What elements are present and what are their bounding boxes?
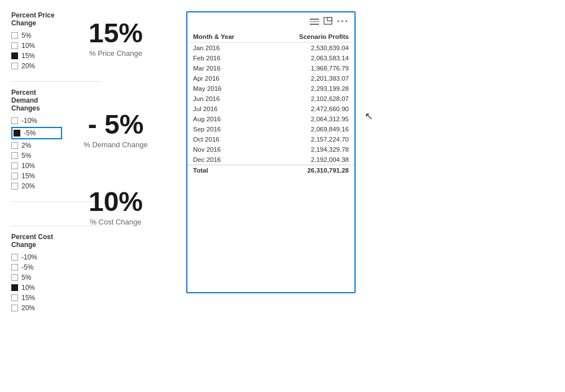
- demand-option-10[interactable]: 10%: [11, 162, 62, 170]
- price-label-15: 15%: [21, 52, 35, 60]
- demand-filter-title: Percent Demand Changes: [11, 89, 62, 112]
- cost-checkbox-15[interactable]: [11, 294, 18, 301]
- demand-label-5: 5%: [21, 152, 31, 160]
- cost-option-neg5[interactable]: -5%: [11, 263, 62, 271]
- cost-label-15: 15%: [21, 294, 35, 302]
- demand-checkbox-10[interactable]: [11, 162, 18, 169]
- demand-selected-label: % Demand Change: [84, 140, 147, 149]
- cost-label-10: 10%: [21, 284, 35, 292]
- price-checkbox-15[interactable]: [11, 52, 18, 59]
- price-checkbox-20[interactable]: [11, 63, 18, 69]
- demand-checkbox-20[interactable]: [11, 183, 18, 190]
- col-month-header: Month & Year: [187, 31, 265, 43]
- demand-option-2[interactable]: 2%: [11, 142, 62, 149]
- col-profits-header: Scenario Profits: [265, 31, 354, 43]
- table-cell-month: Dec 2016: [187, 155, 265, 165]
- table-row: Mar 20161,968,776.79: [187, 63, 354, 73]
- demand-label-20: 20%: [21, 182, 35, 190]
- cost-value-block: 10% % Cost Change: [89, 188, 143, 226]
- svg-rect-1: [327, 17, 332, 21]
- values-column: 15% % Price Change - 5% % Demand Change …: [68, 0, 164, 392]
- cost-checkbox-neg10[interactable]: [11, 254, 18, 261]
- table-cell-value: 2,069,849.16: [265, 124, 354, 134]
- demand-option-neg10[interactable]: -10%: [11, 117, 62, 125]
- table-cell-value: 2,201,383.07: [265, 73, 354, 83]
- cost-option-neg10[interactable]: -10%: [11, 253, 62, 261]
- table-cell-value: 2,530,839.04: [265, 43, 354, 54]
- table-cell-value: 2,293,199.28: [265, 83, 354, 94]
- demand-label-15: 15%: [21, 172, 35, 180]
- scenario-profits-table: Month & Year Scenario Profits Jan 20162,…: [187, 31, 354, 175]
- table-cell-value: 2,102,628.07: [265, 94, 354, 104]
- demand-option-20[interactable]: 20%: [11, 182, 62, 190]
- expand-icon: [323, 17, 332, 25]
- cost-option-15[interactable]: 15%: [11, 294, 62, 302]
- table-cell-value: 2,157,224.70: [265, 134, 354, 144]
- table-cell-month: Mar 2016: [187, 63, 265, 73]
- table-cell-value: 1,968,776.79: [265, 63, 354, 73]
- table-cell-month: Aug 2016: [187, 114, 265, 124]
- cost-selected-label: % Cost Change: [90, 218, 141, 226]
- price-value-block: 15% % Price Change: [89, 20, 143, 58]
- cost-filter-title: Percent Cost Change: [11, 233, 62, 249]
- cost-checkbox-5[interactable]: [11, 274, 18, 281]
- price-option-5[interactable]: 5%: [11, 32, 62, 39]
- cost-option-5[interactable]: 5%: [11, 274, 62, 281]
- table-row: Jun 20162,102,628.07: [187, 94, 354, 104]
- price-filter-section: Percent Price Change 5% 10% 15% 20%: [11, 11, 62, 70]
- demand-option-5[interactable]: 5%: [11, 152, 62, 160]
- table-row: Aug 20162,064,312.95: [187, 114, 354, 124]
- price-checkbox-5[interactable]: [11, 32, 18, 39]
- demand-value-block: - 5% % Demand Change: [84, 111, 147, 149]
- demand-checkbox-2[interactable]: [11, 142, 18, 149]
- demand-checkbox-15[interactable]: [11, 173, 18, 179]
- table-row: Jul 20162,472,660.90: [187, 104, 354, 114]
- price-option-20[interactable]: 20%: [11, 62, 62, 70]
- cost-label-neg10: -10%: [21, 253, 37, 261]
- table-row: Feb 20162,063,583.14: [187, 53, 354, 63]
- table-cell-value: 2,194,329.78: [265, 144, 354, 155]
- demand-checkbox-neg5[interactable]: [14, 130, 20, 136]
- demand-label-10: 10%: [21, 162, 35, 170]
- table-cell-month: Sep 2016: [187, 124, 265, 134]
- demand-checkbox-5[interactable]: [11, 152, 18, 159]
- table-cell-month: Oct 2016: [187, 134, 265, 144]
- cost-checkbox-10[interactable]: [11, 284, 18, 291]
- table-row: Apr 20162,201,383.07: [187, 73, 354, 83]
- data-table-container: ··· Month & Year Scenario Profits Jan 20…: [186, 11, 356, 293]
- demand-option-15[interactable]: 15%: [11, 172, 62, 180]
- demand-filter-section: Percent Demand Changes -10% -5% 2% 5% 10…: [11, 89, 62, 190]
- table-row: Dec 20162,192,004.38: [187, 155, 354, 165]
- more-options-icon[interactable]: ···: [337, 16, 349, 28]
- cost-filter-section: Percent Cost Change -10% -5% 5% 10% 15%: [11, 233, 62, 312]
- table-toolbar: ···: [187, 12, 354, 31]
- price-filter-title: Percent Price Change: [11, 11, 62, 27]
- price-checkbox-10[interactable]: [11, 42, 18, 49]
- price-option-15[interactable]: 15%: [11, 52, 62, 60]
- table-cell-value: 2,192,004.38: [265, 155, 354, 165]
- table-cell-month: Feb 2016: [187, 53, 265, 63]
- expand-icon-wrap[interactable]: [323, 17, 332, 27]
- demand-checkbox-neg10[interactable]: [11, 117, 18, 124]
- cost-checkbox-neg5[interactable]: [11, 264, 18, 271]
- page-container: Percent Price Change 5% 10% 15% 20% Perc…: [0, 0, 565, 392]
- cost-option-10[interactable]: 10%: [11, 284, 62, 292]
- table-total-row: Total26,310,791.28: [187, 165, 354, 176]
- cost-label-20: 20%: [21, 304, 35, 312]
- table-cell-month: Jan 2016: [187, 43, 265, 54]
- cost-option-20[interactable]: 20%: [11, 304, 62, 312]
- cost-checkbox-20[interactable]: [11, 305, 18, 311]
- filters-column: Percent Price Change 5% 10% 15% 20% Perc…: [0, 0, 68, 392]
- hamburger-icon[interactable]: [310, 19, 319, 25]
- table-row: Nov 20162,194,329.78: [187, 144, 354, 155]
- cursor-icon: ↖: [365, 110, 373, 122]
- cost-selected-value: 10%: [89, 188, 143, 215]
- table-row: Jan 20162,530,839.04: [187, 43, 354, 54]
- demand-label-2: 2%: [21, 142, 31, 149]
- total-value: 26,310,791.28: [265, 165, 354, 176]
- demand-option-neg5-highlighted[interactable]: -5%: [11, 127, 62, 139]
- demand-label-neg10: -10%: [21, 117, 37, 125]
- table-column: ··· Month & Year Scenario Profits Jan 20…: [164, 0, 565, 392]
- price-option-10[interactable]: 10%: [11, 42, 62, 50]
- price-label-20: 20%: [21, 62, 35, 70]
